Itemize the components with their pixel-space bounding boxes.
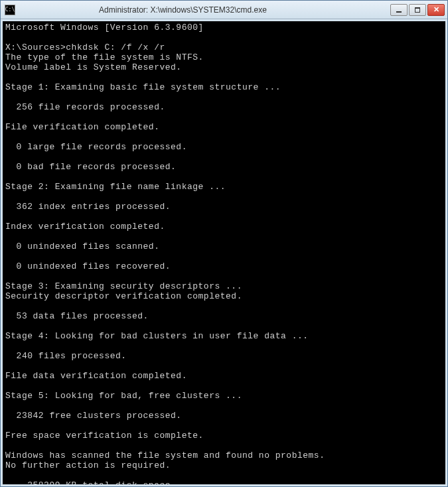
terminal-line xyxy=(5,72,443,82)
terminal-line: File verification completed. xyxy=(5,122,443,132)
terminal-line xyxy=(5,212,443,222)
terminal-line: 256 file records processed. xyxy=(5,102,443,112)
terminal-line: Stage 5: Looking for bad, free clusters … xyxy=(5,391,443,401)
terminal-line xyxy=(5,172,443,182)
terminal-line: Security descriptor verification complet… xyxy=(5,291,443,301)
terminal-line xyxy=(5,381,443,391)
terminal-line: File data verification completed. xyxy=(5,371,443,381)
terminal-line: Index verification completed. xyxy=(5,222,443,232)
terminal-line: No further action is required. xyxy=(5,460,443,470)
terminal-line: The type of the file system is NTFS. xyxy=(5,52,443,62)
terminal-line: 0 unindexed files scanned. xyxy=(5,242,443,251)
maximize-icon xyxy=(415,7,420,13)
terminal-line xyxy=(5,401,443,411)
terminal-line: 0 bad file records processed. xyxy=(5,162,443,172)
terminal-line xyxy=(5,301,443,311)
terminal-line xyxy=(5,33,443,42)
window-controls: ✕ xyxy=(390,4,445,16)
terminal-line xyxy=(5,152,443,162)
terminal-line xyxy=(5,192,443,202)
terminal-line: Windows has scanned the file system and … xyxy=(5,451,443,460)
terminal-line xyxy=(5,112,443,122)
terminal-line xyxy=(5,271,443,281)
cmd-window: C:\ Administrator: X:\windows\SYSTEM32\c… xyxy=(0,0,448,487)
terminal-line: 358399 KB total disk space. xyxy=(5,480,443,484)
terminal-line xyxy=(5,92,443,102)
terminal-line xyxy=(5,251,443,261)
maximize-button[interactable] xyxy=(409,4,426,16)
terminal-line: 362 index entries processed. xyxy=(5,202,443,212)
terminal-line xyxy=(5,232,443,242)
terminal-line: Stage 3: Examining security descriptors … xyxy=(5,281,443,291)
terminal-line: 240 files processed. xyxy=(5,351,443,361)
terminal-line xyxy=(5,132,443,142)
terminal-line: 0 unindexed files recovered. xyxy=(5,261,443,271)
terminal-line xyxy=(5,421,443,431)
terminal-line: 23842 free clusters processed. xyxy=(5,411,443,421)
terminal-line xyxy=(5,341,443,351)
terminal-line: Stage 2: Examining file name linkage ... xyxy=(5,182,443,192)
terminal-line: X:\Sources>chkdsk C: /f /x /r xyxy=(5,42,443,52)
window-title: Administrator: X:\windows\SYSTEM32\cmd.e… xyxy=(0,5,390,15)
terminal-line: Microsoft Windows [Version 6.3.9600] xyxy=(5,23,443,33)
minimize-button[interactable] xyxy=(390,4,408,16)
terminal-line: Stage 1: Examining basic file system str… xyxy=(5,82,443,92)
terminal-line: Stage 4: Looking for bad clusters in use… xyxy=(5,331,443,341)
terminal-line: Free space verification is complete. xyxy=(5,431,443,441)
terminal-line xyxy=(5,441,443,451)
close-button[interactable]: ✕ xyxy=(427,4,445,16)
terminal-output[interactable]: Microsoft Windows [Version 6.3.9600] X:\… xyxy=(3,21,445,484)
terminal-line: 53 data files processed. xyxy=(5,311,443,321)
terminal-line xyxy=(5,361,443,371)
terminal-line: 0 large file records processed. xyxy=(5,142,443,152)
minimize-icon xyxy=(396,11,402,13)
titlebar[interactable]: C:\ Administrator: X:\windows\SYSTEM32\c… xyxy=(1,1,447,19)
terminal-line: Volume label is System Reserved. xyxy=(5,62,443,72)
terminal-line xyxy=(5,321,443,331)
close-icon: ✕ xyxy=(433,5,439,14)
terminal-line xyxy=(5,470,443,480)
